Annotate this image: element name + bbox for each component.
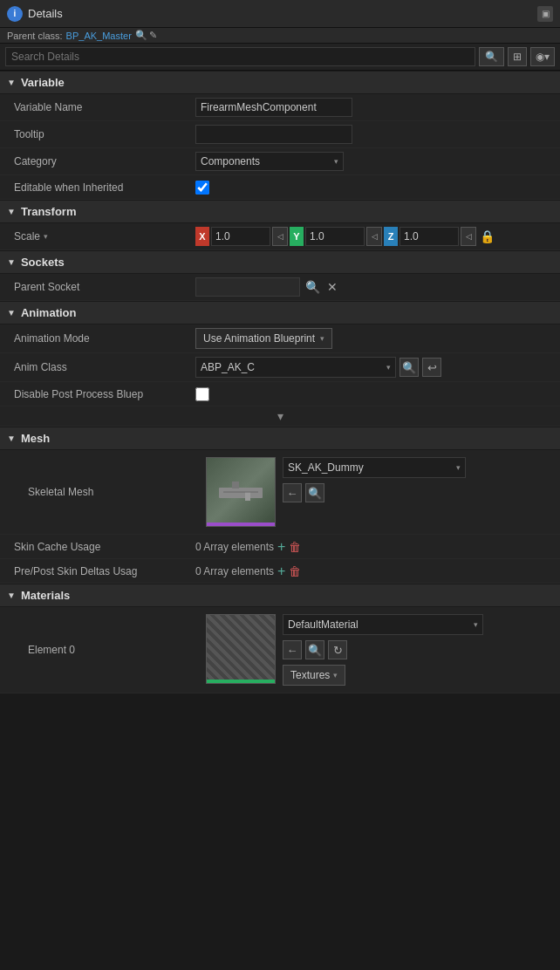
parent-socket-clear-button[interactable]: ✕	[325, 280, 339, 294]
skeletal-mesh-content: SK_AK_Dummy ▾ ← 🔍	[206, 457, 466, 527]
skeletal-mesh-actions: ← 🔍	[283, 483, 466, 502]
skeletal-mesh-dropdown[interactable]: SK_AK_Dummy ▾	[283, 457, 466, 478]
skin-deltas-delete-button[interactable]: 🗑	[289, 564, 301, 578]
element0-back-button[interactable]: ←	[283, 640, 302, 659]
skin-cache-delete-button[interactable]: 🗑	[289, 540, 301, 554]
element0-label: Element 0	[14, 644, 197, 656]
skeletal-mesh-dropdown-arrow: ▾	[456, 463, 461, 472]
skin-deltas-row: Pre/Post Skin Deltas Usag 0 Array elemen…	[0, 559, 560, 584]
skeletal-mesh-back-button[interactable]: ←	[283, 483, 302, 502]
variable-section-header[interactable]: ▼ Variable	[0, 71, 560, 94]
category-value: Components ▾	[192, 150, 560, 173]
skin-deltas-label: Pre/Post Skin Deltas Usag	[0, 565, 192, 577]
disable-post-process-label: Disable Post Process Bluep	[0, 388, 192, 400]
svg-rect-2	[245, 492, 250, 501]
element0-content: DefaultMaterial ▾ ← 🔍 ↻ Textures ▾	[206, 614, 483, 686]
parent-class-link[interactable]: BP_AK_Master	[66, 31, 132, 41]
transform-section-header[interactable]: ▼ Transform	[0, 200, 560, 223]
scale-y-clamp[interactable]: ◁	[366, 227, 382, 246]
svg-rect-1	[232, 482, 239, 488]
animation-mode-value: Use Animation Blueprint ▾	[192, 326, 560, 351]
anim-class-search-button[interactable]: 🔍	[400, 358, 419, 377]
animation-section-title: Animation	[21, 306, 77, 319]
editable-inherited-value	[192, 179, 560, 196]
element0-name-row: DefaultMaterial ▾	[283, 614, 483, 635]
variable-collapse-arrow: ▼	[7, 78, 16, 87]
z-label: Z	[384, 227, 398, 246]
skeletal-mesh-row: Skeletal Mesh SK_AK_Dummy	[0, 450, 560, 535]
skeletal-mesh-search-button[interactable]: 🔍	[305, 483, 324, 502]
sockets-section-header[interactable]: ▼ Sockets	[0, 250, 560, 274]
visibility-button[interactable]: ◉▾	[530, 47, 555, 66]
parent-socket-input[interactable]	[195, 277, 300, 297]
edit-parent-icon[interactable]: ✎	[149, 30, 157, 41]
anim-class-dropdown[interactable]: ABP_AK_C ▾	[195, 357, 396, 378]
variable-name-value	[192, 96, 560, 119]
mesh-thumbnail-accent-bar	[207, 523, 275, 526]
animation-expand-button[interactable]: ▾	[277, 409, 283, 423]
browse-parent-icon[interactable]: 🔍	[135, 30, 147, 41]
skin-cache-array-row: 0 Array elements + 🗑	[195, 539, 301, 555]
details-icon: i	[7, 6, 23, 22]
scale-value: X ◁ Y ◁ Z ◁ 🔒	[192, 225, 560, 248]
x-label: X	[195, 227, 209, 246]
skin-cache-add-button[interactable]: +	[277, 539, 285, 555]
scale-x-clamp[interactable]: ◁	[272, 227, 288, 246]
transform-collapse-arrow: ▼	[7, 207, 16, 216]
scale-dropdown-arrow[interactable]: ▾	[44, 232, 48, 241]
skeletal-mesh-preview	[207, 458, 275, 526]
element0-search-button[interactable]: 🔍	[305, 640, 324, 659]
tooltip-row: Tooltip	[0, 121, 560, 148]
tooltip-input[interactable]	[195, 125, 352, 144]
search-button[interactable]: 🔍	[479, 47, 504, 66]
editable-inherited-checkbox[interactable]	[195, 181, 209, 195]
mesh-section-title: Mesh	[21, 432, 50, 445]
skin-cache-label: Skin Cache Usage	[0, 541, 192, 553]
mesh-preview-svg	[215, 475, 267, 509]
animation-mode-label: Animation Mode	[0, 332, 192, 345]
mesh-section-header[interactable]: ▼ Mesh	[0, 427, 560, 450]
skin-deltas-add-button[interactable]: +	[277, 564, 285, 579]
tooltip-label: Tooltip	[0, 128, 192, 140]
mesh-section-body: Skeletal Mesh SK_AK_Dummy	[0, 450, 560, 584]
element0-dropdown-arrow: ▾	[474, 620, 478, 629]
parent-class-bar: Parent class: BP_AK_Master 🔍 ✎	[0, 28, 560, 44]
animation-mode-dropdown-arrow: ▾	[320, 334, 324, 343]
scale-xyz-container: X ◁ Y ◁ Z ◁ 🔒	[195, 227, 496, 246]
element0-textures-button[interactable]: Textures ▾	[283, 665, 345, 686]
close-button[interactable]: ▣	[537, 6, 553, 22]
disable-post-process-checkbox[interactable]	[195, 387, 209, 401]
skeletal-mesh-info: SK_AK_Dummy ▾ ← 🔍	[283, 457, 466, 502]
materials-section-header[interactable]: ▼ Materials	[0, 584, 560, 607]
disable-post-process-value	[192, 386, 560, 403]
grid-view-button[interactable]: ⊞	[508, 47, 527, 66]
element0-actions: ← 🔍 ↻	[283, 640, 483, 659]
scale-z-clamp[interactable]: ◁	[461, 227, 476, 246]
scale-z-input[interactable]	[400, 227, 459, 246]
disable-post-process-row: Disable Post Process Bluep	[0, 382, 560, 406]
svg-rect-0	[219, 488, 263, 498]
parent-socket-search-button[interactable]: 🔍	[304, 280, 322, 294]
search-input[interactable]	[5, 47, 475, 66]
sockets-collapse-arrow: ▼	[7, 257, 16, 267]
scale-lock-button[interactable]: 🔒	[478, 229, 496, 243]
animation-section-header[interactable]: ▼ Animation	[0, 301, 560, 324]
editable-inherited-row: Editable when Inherited	[0, 175, 560, 200]
element0-accent-bar	[207, 680, 275, 683]
skeletal-mesh-name-row: SK_AK_Dummy ▾	[283, 457, 466, 478]
element0-material-dropdown[interactable]: DefaultMaterial ▾	[283, 614, 483, 635]
element0-thumbnail	[206, 614, 276, 684]
animation-mode-dropdown[interactable]: Use Animation Blueprint ▾	[195, 328, 332, 349]
anim-class-browse-button[interactable]: ↩	[422, 358, 441, 377]
variable-name-input[interactable]	[195, 98, 352, 117]
category-dropdown[interactable]: Components ▾	[195, 152, 344, 171]
scale-y-input[interactable]	[305, 227, 365, 246]
category-dropdown-arrow: ▾	[334, 157, 338, 166]
skin-deltas-value: 0 Array elements + 🗑	[192, 562, 560, 581]
textures-dropdown-arrow: ▾	[333, 671, 338, 680]
transform-section-title: Transform	[21, 205, 77, 218]
scale-x-input[interactable]	[211, 227, 270, 246]
parent-socket-value: 🔍 ✕	[192, 276, 560, 298]
element0-refresh-button[interactable]: ↻	[328, 640, 347, 659]
sockets-section-title: Sockets	[21, 256, 65, 269]
